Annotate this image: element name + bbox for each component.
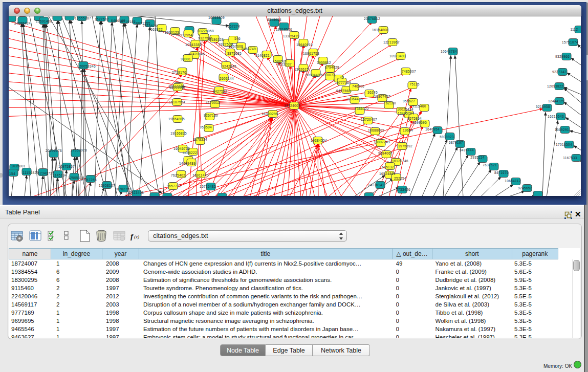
svg-text:1569291: 1569291 — [554, 128, 569, 132]
svg-text:13958107: 13958107 — [98, 184, 115, 187]
svg-text:12093822: 12093822 — [547, 84, 563, 88]
svg-text:9146821: 9146821 — [255, 54, 269, 57]
svg-text:252254: 252254 — [394, 177, 406, 180]
svg-text:953627: 953627 — [402, 99, 415, 103]
svg-text:2935114: 2935114 — [470, 156, 485, 159]
svg-text:16210072: 16210072 — [318, 73, 335, 77]
svg-text:10807457: 10807457 — [374, 95, 390, 98]
svg-text:12342737: 12342737 — [37, 171, 54, 175]
svg-text:19218506: 19218506 — [275, 28, 292, 31]
svg-text:7357274: 7357274 — [225, 25, 239, 28]
svg-text:1167533: 1167533 — [563, 156, 577, 160]
svg-text:6794028: 6794028 — [324, 65, 339, 69]
svg-text:16046738: 16046738 — [173, 147, 189, 150]
svg-text:17957255: 17957255 — [80, 178, 96, 182]
svg-text:45: 45 — [339, 76, 343, 79]
svg-text:98901: 98901 — [180, 57, 190, 61]
svg-text:1527602: 1527602 — [94, 17, 108, 21]
svg-text:10648784: 10648784 — [440, 50, 456, 53]
svg-text:1112: 1112 — [570, 28, 578, 31]
svg-text:13325419: 13325419 — [282, 34, 299, 38]
svg-text:19384554: 19384554 — [310, 139, 326, 142]
svg-text:10543382: 10543382 — [185, 43, 201, 47]
svg-text:7632621: 7632621 — [482, 163, 496, 167]
svg-text:22420046: 22420046 — [188, 52, 204, 56]
svg-text:9329966: 9329966 — [555, 55, 569, 58]
svg-text:15751074: 15751074 — [561, 40, 578, 44]
svg-text:9084067: 9084067 — [378, 151, 392, 155]
svg-text:8471676: 8471676 — [494, 171, 508, 174]
svg-text:6879197: 6879197 — [448, 141, 463, 144]
svg-text:5215958: 5215958 — [535, 105, 550, 108]
svg-text:7515525: 7515525 — [142, 24, 157, 28]
svg-text:12213367: 12213367 — [169, 85, 185, 89]
svg-text:2867608: 2867608 — [228, 45, 243, 48]
svg-text:1615132: 1615132 — [379, 165, 394, 169]
svg-text:17359928: 17359928 — [70, 148, 86, 152]
svg-text:9657771: 9657771 — [166, 184, 181, 188]
svg-text:10688609: 10688609 — [367, 128, 384, 132]
svg-text:9474444: 9474444 — [459, 148, 473, 152]
svg-text:746206: 746206 — [352, 84, 364, 88]
svg-text:4498222: 4498222 — [182, 151, 197, 155]
svg-text:2603144: 2603144 — [219, 77, 233, 80]
svg-text:8960123: 8960123 — [164, 31, 179, 34]
svg-text:1733426: 1733426 — [396, 188, 410, 191]
svg-text:16107554: 16107554 — [168, 100, 185, 104]
svg-text:8454749: 8454749 — [241, 47, 255, 51]
svg-text:9777169: 9777169 — [336, 81, 351, 84]
svg-text:3875685: 3875685 — [227, 52, 241, 55]
svg-text:39154: 39154 — [9, 172, 15, 176]
svg-text:16524861: 16524861 — [379, 172, 395, 176]
svg-text:24055724: 24055724 — [14, 21, 30, 25]
svg-text:18640910: 18640910 — [296, 43, 312, 47]
svg-text:13495794: 13495794 — [397, 112, 413, 115]
svg-text:16911440: 16911440 — [192, 173, 209, 177]
svg-text:7625402: 7625402 — [170, 173, 185, 177]
svg-text:4170015: 4170015 — [205, 101, 220, 104]
svg-text:62160: 62160 — [385, 101, 396, 105]
svg-text:6497568: 6497568 — [336, 89, 350, 93]
svg-text:14136141: 14136141 — [367, 183, 384, 187]
svg-text:9699695: 9699695 — [412, 121, 426, 124]
svg-text:12213967: 12213967 — [383, 40, 399, 44]
svg-text:9227342: 9227342 — [552, 70, 566, 74]
svg-text:15716485: 15716485 — [199, 185, 215, 188]
svg-text:19654985: 19654985 — [168, 117, 184, 121]
svg-text:17016504: 17016504 — [555, 143, 572, 146]
svg-text:10025434: 10025434 — [397, 107, 413, 111]
svg-text:953594: 953594 — [199, 125, 211, 129]
svg-text:20053346: 20053346 — [79, 64, 95, 68]
svg-text:16782759: 16782759 — [115, 187, 131, 191]
svg-text:1035001: 1035001 — [11, 164, 25, 168]
svg-text:10719185: 10719185 — [119, 20, 135, 24]
svg-text:f: f — [130, 232, 134, 240]
svg-text:19166825: 19166825 — [170, 132, 186, 135]
svg-text:9115460: 9115460 — [412, 104, 426, 108]
svg-text:18724007: 18724007 — [284, 104, 300, 107]
svg-text:16154808: 16154808 — [372, 28, 388, 32]
svg-text:9575864: 9575864 — [407, 117, 421, 120]
svg-text:20876812: 20876812 — [363, 17, 380, 20]
svg-text:20206578: 20206578 — [45, 149, 61, 152]
svg-text:9245652: 9245652 — [517, 186, 532, 190]
svg-text:1640954: 1640954 — [425, 127, 439, 131]
svg-text:546: 546 — [234, 37, 240, 40]
svg-text:9242845: 9242845 — [222, 64, 236, 68]
svg-text:1362615: 1362615 — [294, 68, 308, 71]
svg-text:20364436: 20364436 — [346, 97, 362, 101]
svg-text:36245: 36245 — [367, 91, 377, 94]
svg-text:20691406: 20691406 — [35, 19, 52, 23]
svg-text:11156829: 11156829 — [23, 171, 38, 174]
svg-text:10975857: 10975857 — [58, 165, 74, 168]
svg-text:12444129: 12444129 — [548, 99, 564, 103]
svg-text:5938923: 5938923 — [439, 135, 453, 139]
svg-text:8186328: 8186328 — [209, 38, 223, 41]
svg-text:1145194: 1145194 — [53, 173, 67, 177]
svg-text:12923468: 12923468 — [127, 191, 143, 194]
svg-text:18300295: 18300295 — [261, 112, 277, 116]
svg-text:10655287: 10655287 — [74, 16, 91, 20]
svg-text:7386322: 7386322 — [354, 107, 368, 111]
svg-text:75115: 75115 — [409, 82, 420, 86]
svg-text:16210643: 16210643 — [547, 115, 563, 118]
